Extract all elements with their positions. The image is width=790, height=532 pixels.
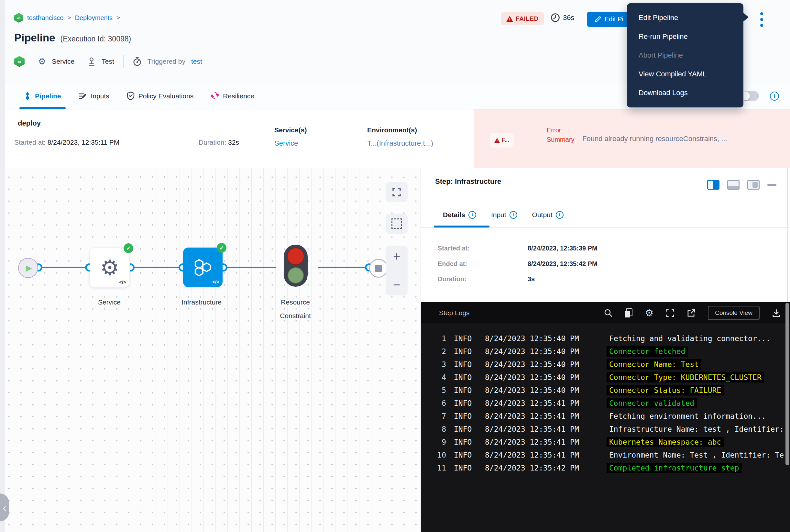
- step-panel-title: Step: Infrastructure: [435, 177, 501, 186]
- tab-output-label: Output: [532, 211, 553, 219]
- stopwatch-icon: [133, 57, 142, 66]
- tab-output[interactable]: Output i: [532, 202, 563, 228]
- tab-inputs[interactable]: Inputs: [79, 83, 109, 109]
- start-node[interactable]: ▶: [18, 258, 38, 278]
- execution-id: (Execution Id: 30098): [60, 35, 131, 43]
- minimize-panel-icon[interactable]: [767, 184, 776, 186]
- info-icon[interactable]: i: [468, 211, 476, 219]
- log-line-number: 7: [430, 412, 446, 420]
- menu-item-download-logs[interactable]: Download Logs: [627, 83, 744, 102]
- zoom-out-button[interactable]: −: [393, 279, 400, 291]
- log-message: Connector Status: FAILURE: [606, 385, 724, 396]
- info-icon[interactable]: i: [770, 92, 779, 101]
- log-level: INFO: [454, 347, 472, 356]
- status-text: FAILED: [516, 15, 539, 22]
- log-row: 3INFO8/24/2023 12:35:40 PMConnector Name…: [421, 358, 790, 371]
- service-link[interactable]: Service: [274, 139, 298, 148]
- log-line-number: 6: [430, 399, 446, 407]
- console-view-button[interactable]: Console View: [708, 306, 759, 320]
- tab-details[interactable]: Details i: [443, 202, 476, 228]
- fullscreen-icon[interactable]: [666, 309, 675, 318]
- info-icon[interactable]: i: [556, 211, 563, 219]
- log-timestamp: 8/24/2023 12:35:40 PM: [485, 360, 596, 368]
- success-check-icon: ✓: [123, 243, 133, 253]
- error-summary-zone: F... Error Summary Found already running…: [474, 109, 790, 168]
- zoom-in-button[interactable]: +: [393, 250, 400, 263]
- more-options-kebab-icon[interactable]: [760, 12, 764, 27]
- breadcrumb-project-link[interactable]: testfrancisco: [27, 14, 63, 22]
- services-label: Service(s): [274, 126, 307, 134]
- info-icon[interactable]: i: [509, 211, 517, 219]
- breadcrumb: ∞ testfrancisco > Deployments >: [14, 13, 120, 23]
- menu-item-rerun-pipeline[interactable]: Re-run Pipeline: [627, 27, 744, 46]
- error-summary-message: Found already running resourceConstrains…: [582, 135, 776, 143]
- log-timestamp: 8/24/2023 12:35:41 PM: [485, 399, 596, 407]
- success-check-icon: ✓: [217, 243, 227, 253]
- log-line-number: 4: [430, 373, 446, 381]
- marquee-select-icon: [391, 218, 402, 229]
- log-line-number: 1: [430, 334, 446, 343]
- warning-icon: [506, 16, 513, 22]
- resource-constraint-node[interactable]: [284, 245, 308, 287]
- scrollbar-track: [787, 168, 788, 302]
- detail-row-ended: Ended at: 8/24/2023, 12:35:42 PM: [438, 260, 467, 268]
- end-node[interactable]: [369, 259, 388, 278]
- stage-started-label: Started at:: [14, 138, 45, 146]
- log-row: 8INFO8/24/2023 12:35:41 PMInfrastructure…: [421, 423, 790, 436]
- canvas-fullscreen-button[interactable]: [386, 182, 408, 202]
- layout-bottom-split-icon[interactable]: [727, 180, 739, 190]
- status-badge: FAILED: [501, 12, 544, 25]
- menu-item-view-compiled-yaml[interactable]: View Compiled YAML: [627, 65, 744, 83]
- pipeline-meta-row: ∞ ⚙ Service Test Triggered by test: [14, 54, 202, 69]
- layout-right-split-icon[interactable]: [707, 180, 719, 190]
- ended-at-value: 8/24/2023, 12:35:42 PM: [528, 260, 598, 268]
- environment-link[interactable]: T...: [367, 139, 377, 147]
- canvas-select-button[interactable]: [386, 213, 408, 234]
- failed-mini-badge: F...: [490, 133, 514, 148]
- stage-summary-bar: deploy Started at: 8/24/2023, 12:35:11 P…: [0, 109, 790, 169]
- node-label-infrastructure: Infrastructure: [165, 296, 238, 309]
- chevron-left-icon: ‹: [3, 501, 6, 514]
- stage-started-at: Started at: 8/24/2023, 12:35:11 PM: [14, 138, 119, 146]
- tab-input[interactable]: Input i: [491, 202, 517, 228]
- download-icon[interactable]: [772, 309, 781, 318]
- service-step-node[interactable]: ⚙ </> ✓: [90, 248, 130, 288]
- search-icon[interactable]: [604, 309, 612, 317]
- log-row: 1INFO8/24/2023 12:35:40 PMFetching and v…: [421, 332, 790, 345]
- log-level: INFO: [454, 399, 472, 407]
- open-external-icon[interactable]: [687, 309, 696, 318]
- layout-floating-icon[interactable]: [747, 180, 759, 190]
- code-icon: </>: [119, 279, 126, 285]
- user-name: Test: [101, 58, 114, 65]
- service-gear-icon: ⚙: [38, 57, 46, 66]
- log-timestamp: 8/24/2023 12:35:40 PM: [485, 347, 596, 356]
- infrastructure-step-node[interactable]: </> ✓: [183, 248, 223, 287]
- breadcrumb-separator: >: [67, 14, 71, 21]
- traffic-light-green: [288, 267, 304, 284]
- warning-icon: [494, 138, 500, 143]
- log-timestamp: 8/24/2023 12:35:41 PM: [485, 438, 596, 446]
- log-level: INFO: [454, 438, 472, 446]
- tab-pipeline[interactable]: Pipeline: [24, 83, 61, 109]
- infrastructure-hexagons-icon: [193, 257, 213, 277]
- log-row: 9INFO8/24/2023 12:35:41 PMKubernetes Nam…: [421, 436, 790, 449]
- scrollbar-thumb[interactable]: [786, 303, 789, 466]
- copy-icon[interactable]: [625, 308, 633, 318]
- tab-pipeline-label: Pipeline: [35, 92, 61, 100]
- menu-item-edit-pipeline[interactable]: Edit Pipeline: [627, 8, 744, 27]
- infinity-icon: ∞: [18, 59, 21, 64]
- collapse-panel-handle[interactable]: ‹: [0, 494, 9, 521]
- log-timestamp: 8/24/2023 12:35:40 PM: [485, 373, 596, 381]
- log-settings-gear-icon[interactable]: ⚙: [645, 308, 654, 318]
- infrastructure-link[interactable]: t...: [423, 139, 430, 147]
- edge-service-infrastructure: [130, 267, 182, 268]
- ended-at-label: Ended at:: [438, 260, 467, 267]
- breadcrumb-deployments-link[interactable]: Deployments: [75, 14, 113, 22]
- triggered-by-user-link[interactable]: test: [191, 58, 202, 65]
- play-icon: ▶: [26, 264, 32, 272]
- tab-resilience[interactable]: Resilience: [211, 83, 254, 109]
- infinity-icon: ∞: [17, 15, 21, 21]
- tab-policy-evaluations[interactable]: Policy Evaluations: [127, 83, 193, 109]
- view-toggle[interactable]: [741, 91, 759, 101]
- divider: [123, 55, 123, 68]
